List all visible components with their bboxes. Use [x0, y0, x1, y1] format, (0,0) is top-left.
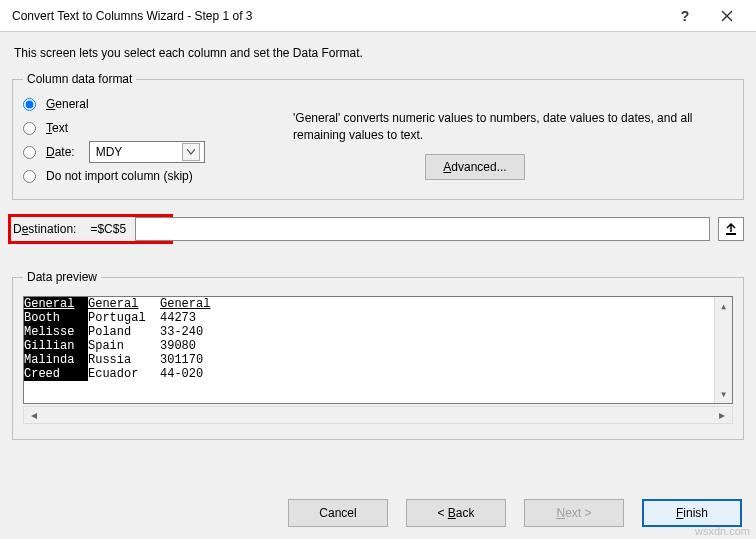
preview-cell: Melisse: [24, 325, 88, 339]
preview-cell: Creed: [24, 367, 88, 381]
preview-cell: Booth: [24, 311, 88, 325]
radio-skip-label[interactable]: Do not import column (skip): [46, 169, 193, 183]
preview-cell: 44273: [160, 311, 259, 325]
dialog-content: This screen lets you select each column …: [0, 32, 756, 539]
radio-text-label[interactable]: Text: [46, 121, 68, 135]
scroll-right-icon: ▸: [714, 408, 730, 422]
radio-general-label[interactable]: General: [46, 97, 89, 111]
step-description: This screen lets you select each column …: [14, 46, 744, 60]
preview-box[interactable]: General General General Booth Portugal 4…: [23, 296, 733, 404]
destination-input[interactable]: [135, 217, 710, 241]
column-data-format-legend: Column data format: [23, 72, 136, 86]
button-bar: Cancel < Back Next > Finish: [288, 499, 742, 527]
preview-cell: Gillian: [24, 339, 88, 353]
preview-cell: 301170: [160, 353, 259, 367]
preview-cell: Ecuador: [88, 367, 160, 381]
data-preview-group: Data preview General General General Boo…: [12, 270, 744, 440]
close-icon: [721, 10, 733, 22]
table-row: Creed Ecuador 44-020: [24, 367, 259, 381]
preview-cell: Poland: [88, 325, 160, 339]
destination-row: Destination: =$C$5: [8, 214, 744, 244]
preview-cell: Portugal: [88, 311, 160, 325]
cancel-button[interactable]: Cancel: [288, 499, 388, 527]
radio-text[interactable]: [23, 122, 36, 135]
destination-value: =$C$5: [84, 222, 126, 236]
window-title: Convert Text to Columns Wizard - Step 1 …: [12, 9, 664, 23]
preview-header[interactable]: General: [160, 297, 259, 311]
chevron-down-icon: [182, 143, 200, 161]
range-picker-button[interactable]: [718, 217, 744, 241]
destination-label: Destination:: [13, 222, 76, 236]
close-button[interactable]: [706, 1, 748, 31]
preview-horizontal-scrollbar[interactable]: ◂ ▸: [23, 406, 733, 424]
advanced-button[interactable]: Advanced...: [425, 154, 525, 180]
finish-button[interactable]: Finish: [642, 499, 742, 527]
collapse-dialog-icon: [725, 223, 737, 235]
radio-general[interactable]: [23, 98, 36, 111]
back-button[interactable]: < Back: [406, 499, 506, 527]
scroll-left-icon: ◂: [26, 408, 42, 422]
preview-header-row: General General General: [24, 297, 259, 311]
date-format-value: MDY: [96, 145, 123, 159]
help-button[interactable]: ?: [664, 1, 706, 31]
radio-date[interactable]: [23, 146, 36, 159]
preview-table: General General General Booth Portugal 4…: [24, 297, 259, 381]
table-row: Malinda Russia 301170: [24, 353, 259, 367]
data-preview-legend: Data preview: [23, 270, 101, 284]
preview-cell: 44-020: [160, 367, 259, 381]
table-row: Gillian Spain 39080: [24, 339, 259, 353]
preview-vertical-scrollbar[interactable]: ▴ ▾: [714, 297, 732, 403]
scroll-down-icon: ▾: [715, 385, 732, 403]
table-row: Booth Portugal 44273: [24, 311, 259, 325]
preview-header[interactable]: General: [88, 297, 160, 311]
radio-date-label[interactable]: Date:: [46, 145, 75, 159]
radio-skip[interactable]: [23, 170, 36, 183]
column-data-format-group: Column data format General Text Date: MD…: [12, 72, 744, 200]
watermark: wsxdn.com: [695, 525, 750, 537]
next-button: Next >: [524, 499, 624, 527]
scroll-up-icon: ▴: [715, 297, 732, 315]
preview-cell: 39080: [160, 339, 259, 353]
table-row: Melisse Poland 33-240: [24, 325, 259, 339]
preview-cell: Spain: [88, 339, 160, 353]
titlebar: Convert Text to Columns Wizard - Step 1 …: [0, 0, 756, 32]
svg-rect-2: [726, 233, 736, 235]
preview-cell: Malinda: [24, 353, 88, 367]
preview-cell: 33-240: [160, 325, 259, 339]
preview-cell: Russia: [88, 353, 160, 367]
date-format-select[interactable]: MDY: [89, 141, 205, 163]
format-hint: 'General' converts numeric values to num…: [293, 110, 733, 144]
preview-header[interactable]: General: [24, 297, 88, 311]
format-radios: General Text Date: MDY: [23, 92, 253, 188]
